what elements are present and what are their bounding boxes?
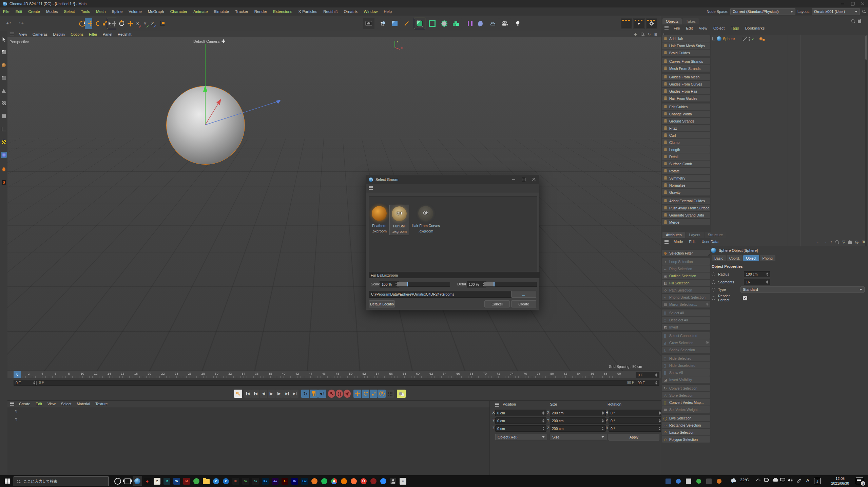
attributes-menu-mode[interactable]: Mode: [671, 240, 686, 244]
palette-item-store-selection[interactable]: △Store Selection: [662, 392, 710, 398]
animation-dot-icon[interactable]: [712, 273, 715, 276]
cloner-tool[interactable]: [438, 18, 450, 29]
animation-dot-icon[interactable]: [712, 280, 715, 284]
floor-tool[interactable]: [487, 18, 499, 29]
display-toggle-icon[interactable]: [743, 37, 747, 41]
volume-icon[interactable]: [788, 478, 793, 483]
taskbar-app-zoom[interactable]: [379, 476, 388, 486]
menu-redshift[interactable]: Redshift: [320, 10, 341, 14]
palette-item-hair-from-mesh-strips[interactable]: Hair From Mesh Strips: [662, 42, 710, 49]
axis-lock-z[interactable]: Z: [149, 18, 156, 29]
taskbar-app-app-orange[interactable]: [310, 476, 319, 486]
size-x-field[interactable]: 200 cm: [550, 410, 606, 416]
next-key-button[interactable]: ▶: [283, 390, 291, 398]
axis-mode-icon[interactable]: [1, 152, 7, 158]
autokey-record-button[interactable]: [328, 390, 335, 398]
position-y-field[interactable]: 0 cm: [495, 417, 546, 424]
menu-animate[interactable]: Animate: [190, 10, 211, 14]
previous-key-button[interactable]: ◀: [252, 390, 259, 398]
palette-item-selection-filter[interactable]: ⊙Selection Filter: [662, 250, 710, 256]
next-frame-button[interactable]: ▶: [275, 390, 283, 398]
key-parameter-button[interactable]: P: [378, 390, 386, 398]
palette-item-shrink-selection[interactable]: ⣆Shrink Selection: [662, 346, 710, 353]
palette-item-adopt-external-guides[interactable]: Adopt External Guides: [662, 198, 710, 204]
dialog-close-button[interactable]: [529, 176, 539, 183]
rotation-p-field[interactable]: 0 °: [609, 417, 663, 424]
scroll-corner-icon[interactable]: ↰: [14, 417, 18, 422]
taskbar-app-zbrush[interactable]: Z: [152, 476, 162, 486]
viewport-menu-panel[interactable]: Panel: [100, 32, 115, 36]
taskbar-app-marmoset-toolbag[interactable]: ◆: [142, 476, 152, 486]
redo-button[interactable]: ↷: [16, 18, 27, 29]
goto-start-button[interactable]: ◀: [244, 390, 252, 398]
palette-item-normalize[interactable]: Normalize: [662, 182, 710, 188]
menu-character[interactable]: Character: [167, 10, 191, 14]
objects-menu-file[interactable]: File: [671, 26, 683, 30]
palette-item-guides-from-hair[interactable]: Guides From Hair: [662, 88, 710, 94]
volume-tool[interactable]: [450, 18, 462, 29]
groom-filename-input[interactable]: Fur Ball.oxgroom: [369, 272, 540, 278]
current-frame-field[interactable]: 0 F: [636, 372, 659, 378]
sound-toggle-button[interactable]: [318, 390, 326, 398]
default-location-button[interactable]: Default Locatio: [369, 300, 395, 307]
meet-now-icon[interactable]: [764, 478, 770, 482]
menu-extensions[interactable]: Extensions: [270, 10, 295, 14]
groom-path-input[interactable]: C:¥ProgramData¥Ephere¥OrnatrixC4DR24¥Gro…: [369, 291, 513, 298]
attribute-field-segments[interactable]: 16: [744, 279, 770, 285]
palette-item-add-hair[interactable]: Add Hair: [662, 35, 710, 42]
position-x-field[interactable]: 0 cm: [495, 410, 546, 416]
search-icon[interactable]: [851, 19, 855, 23]
up-arrow-icon[interactable]: ↑: [830, 240, 832, 244]
zoom-view-icon[interactable]: [640, 32, 644, 36]
material-menu-view[interactable]: View: [45, 402, 58, 406]
polygon-mode-icon[interactable]: [1, 113, 7, 119]
palette-item-invert-visibility[interactable]: ◪Invert Visibility: [662, 376, 710, 383]
edge-mode-icon[interactable]: [1, 100, 7, 106]
key-position-button[interactable]: [353, 390, 361, 398]
attribute-field-radius[interactable]: 100 cm: [744, 271, 770, 277]
end-frame-field[interactable]: 90 F: [636, 380, 659, 386]
palette-item-path-selection[interactable]: ◇Path Selection: [662, 287, 710, 293]
palette-item-generate-strand-data[interactable]: Generate Strand Data: [662, 212, 710, 218]
material-menu-icon[interactable]: [10, 402, 14, 406]
scrollbar[interactable]: [865, 35, 867, 246]
camera-move-icon[interactable]: ✚: [221, 40, 225, 43]
dialog-title-bar[interactable]: Select Groom: [366, 175, 539, 184]
menu-mesh[interactable]: Mesh: [93, 10, 109, 14]
palette-item-grow-selection[interactable]: ⣴Grow Selection...: [662, 339, 710, 346]
coordinate-system-tool[interactable]: [156, 18, 168, 29]
palette-item-convert-selection[interactable]: ↻Convert Selection: [662, 385, 710, 391]
render-viewport-button[interactable]: [621, 18, 632, 29]
object-tab-basic[interactable]: Basic: [712, 255, 726, 261]
axis-lock-x[interactable]: X: [134, 18, 141, 29]
attributes-menu-user-data[interactable]: User Data: [699, 240, 722, 244]
palette-item-guides-from-curves[interactable]: Guides From Curves: [662, 81, 710, 87]
dialog-minimize-button[interactable]: [508, 176, 519, 183]
enabled-check-icon[interactable]: ✓: [751, 37, 754, 41]
texture-mode-icon[interactable]: [1, 62, 7, 68]
lock-icon[interactable]: [858, 20, 861, 23]
palette-item-mesh-from-strands[interactable]: Mesh From Strands: [662, 65, 710, 72]
palette-item-loop-selection[interactable]: ↕Loop Selection: [662, 258, 710, 265]
taskbar-app-tray-app-4[interactable]: [694, 476, 703, 486]
taskbar-app-cortana[interactable]: [113, 476, 122, 486]
rotate-view-icon[interactable]: ↻: [648, 32, 651, 37]
taskbar-app-spotify[interactable]: [320, 476, 329, 486]
perspective-viewport[interactable]: Perspective Default Camera ✚ Y X Grid Sp…: [7, 37, 661, 371]
palette-item-frizz[interactable]: Frizz: [662, 125, 710, 131]
attributes-menu-edit[interactable]: Edit: [686, 240, 699, 244]
palette-item-ring-selection[interactable]: ↔Ring Selection: [662, 265, 710, 272]
menu-tools[interactable]: Tools: [78, 10, 93, 14]
taskbar-clock[interactable]: 12:05 2021/06/30: [831, 476, 849, 486]
menu-ornatrix[interactable]: Ornatrix: [341, 10, 361, 14]
taskbar-app-internet-explorer[interactable]: e: [221, 476, 231, 486]
palette-item-ground-strands[interactable]: Ground Strands: [662, 118, 710, 124]
size-y-field[interactable]: 200 cm: [550, 417, 606, 424]
object-tab-object[interactable]: Object: [743, 255, 759, 261]
menu-create[interactable]: Create: [25, 10, 43, 14]
menu-modes[interactable]: Modes: [43, 10, 61, 14]
viewport-menu-cameras[interactable]: Cameras: [30, 32, 51, 36]
play-button[interactable]: ▶: [268, 390, 275, 398]
scroll-corner-icon[interactable]: ↰: [14, 409, 18, 414]
material-menu-edit[interactable]: Edit: [33, 402, 45, 406]
